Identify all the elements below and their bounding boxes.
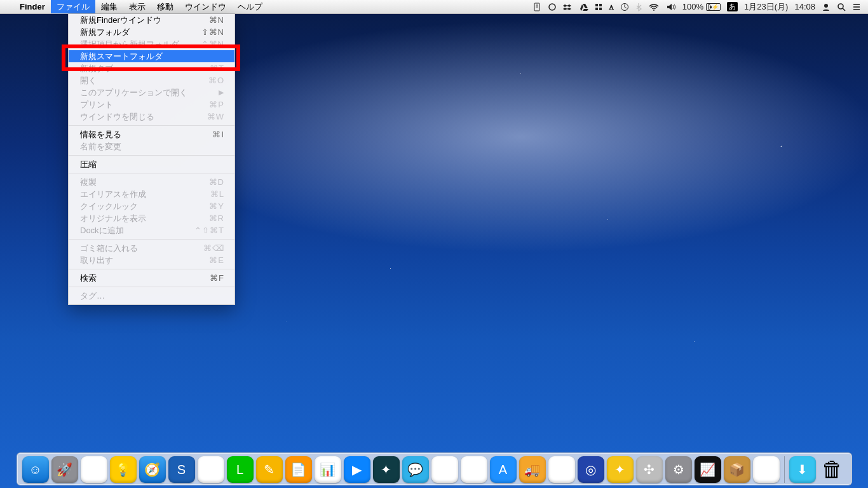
menu-item-オリジナルを表示: オリジナルを表示⌘R <box>69 212 234 224</box>
user-icon[interactable] <box>818 0 834 13</box>
menu-item-新規Finderウインドウ[interactable]: 新規Finderウインドウ⌘N <box>69 14 234 26</box>
menu-item-圧縮[interactable]: 圧縮 <box>69 158 234 170</box>
dock-app-appstore[interactable]: A <box>490 456 517 483</box>
dock-app-app-scan[interactable]: ◎ <box>578 456 604 483</box>
menu-item-情報を見る[interactable]: 情報を見る⌘I <box>69 128 234 140</box>
dock-downloads[interactable]: ⬇ <box>789 456 816 483</box>
menu-window[interactable]: ウインドウ <box>179 0 232 13</box>
dock-separator <box>784 456 785 483</box>
menu-separator <box>69 155 234 156</box>
menu-item-label: クイックルック <box>80 201 209 212</box>
menu-item-label: オリジナルを表示 <box>80 213 209 224</box>
dock-app-photos[interactable]: ✿ <box>431 456 458 483</box>
menu-item-新規スマートフォルダ[interactable]: 新規スマートフォルダ <box>69 50 234 62</box>
menu-item-取り出す: 取り出す⌘E <box>69 254 234 266</box>
spotlight-icon[interactable] <box>834 0 849 13</box>
dock-app-app-gear[interactable]: ✣ <box>636 456 663 483</box>
menu-separator <box>69 125 234 126</box>
dock-app-app-bars[interactable]: ▮ <box>753 456 780 483</box>
dock-trash[interactable]: 🗑 <box>818 455 846 483</box>
menu-item-shortcut: ⌘D <box>209 177 224 187</box>
dock-area: ☺🚀◉💡🧭S✉L✎📄📊▶✦💬✿♪A🚚⊞◎✦✣⚙📈📦▮⬇🗑 <box>0 452 868 485</box>
menu-item-開く: 開く⌘O <box>69 74 234 86</box>
menu-file[interactable]: ファイル <box>51 0 95 13</box>
menu-item-選択項目から新規フォルダ: 選択項目から新規フォルダ⌃⌘N <box>69 38 234 50</box>
app-name[interactable]: Finder <box>14 0 51 13</box>
dock-app-app-box[interactable]: 📦 <box>724 456 750 483</box>
menu-item-shortcut: ⌘R <box>209 214 224 223</box>
dock-app-app-yellow[interactable]: ✎ <box>256 456 283 483</box>
notification-center-icon[interactable] <box>849 0 864 13</box>
ime-status[interactable]: あ <box>724 0 741 13</box>
menu-edit[interactable]: 編集 <box>95 0 123 13</box>
svg-rect-6 <box>595 8 598 10</box>
menu-separator <box>69 239 234 240</box>
menu-item-label: このアプリケーションで開く <box>80 87 219 98</box>
status-grid-icon[interactable] <box>592 0 606 13</box>
dock-app-safari[interactable]: 🧭 <box>139 456 166 483</box>
bluetooth-icon[interactable] <box>632 0 645 13</box>
dropbox-icon[interactable] <box>560 0 576 13</box>
dock-app-app-truck[interactable]: 🚚 <box>519 456 546 483</box>
dock-app-ms[interactable]: ⊞ <box>548 456 575 483</box>
dock-app-app-yellow2[interactable]: ✦ <box>607 456 634 483</box>
date-status[interactable]: 1月23日(月) <box>741 0 791 13</box>
menu-item-shortcut: ⌘I <box>212 130 224 139</box>
dock-app-sysprefs[interactable]: ⚙ <box>665 456 692 483</box>
menu-item-label: 検索 <box>80 273 210 284</box>
dock-app-app-blue-s[interactable]: S <box>168 456 195 483</box>
dock-app-pages[interactable]: 📄 <box>285 456 312 483</box>
dock-app-activity[interactable]: 📈 <box>695 456 721 483</box>
file-menu-dropdown: 新規Finderウインドウ⌘N新規フォルダ⇧⌘N選択項目から新規フォルダ⌃⌘N新… <box>68 14 235 305</box>
clock-icon[interactable] <box>617 0 632 13</box>
menu-item-新規タブ: 新規タブ⌘T <box>69 62 234 74</box>
svg-rect-4 <box>595 4 598 6</box>
dock-app-finder[interactable]: ☺ <box>22 456 49 483</box>
menu-separator <box>69 287 234 287</box>
wifi-icon[interactable] <box>645 0 663 13</box>
menu-view[interactable]: 表示 <box>123 0 151 13</box>
volume-icon[interactable] <box>663 0 679 13</box>
menu-item-Dockに追加: Dockに追加⌃⇧⌘T <box>69 224 234 236</box>
gdrive-icon[interactable] <box>576 0 592 13</box>
dock: ☺🚀◉💡🧭S✉L✎📄📊▶✦💬✿♪A🚚⊞◎✦✣⚙📈📦▮⬇🗑 <box>17 452 852 485</box>
menu-item-label: 選択項目から新規フォルダ <box>80 39 201 50</box>
dock-app-numbers[interactable]: 📊 <box>315 456 341 483</box>
dock-app-app-teal[interactable]: ✦ <box>373 456 400 483</box>
dock-app-mail[interactable]: ✉ <box>198 456 224 483</box>
status-circle-icon[interactable] <box>545 0 560 13</box>
status-icon[interactable] <box>529 0 545 13</box>
menu-item-検索[interactable]: 検索⌘F <box>69 272 234 284</box>
menu-item-shortcut: ⌘⌫ <box>203 243 224 253</box>
dock-app-tips[interactable]: 💡 <box>110 456 137 483</box>
menu-separator <box>69 269 234 269</box>
menu-item-label: プリント <box>80 99 209 111</box>
menu-item-label: 複製 <box>80 177 209 188</box>
svg-point-11 <box>838 4 843 9</box>
menu-item-shortcut: ⌘F <box>210 273 224 283</box>
menu-go[interactable]: 移動 <box>151 0 179 13</box>
dock-app-line[interactable]: L <box>227 456 254 483</box>
menu-item-label: 新規Finderウインドウ <box>80 15 209 26</box>
battery-status[interactable]: 100% ⚡ <box>679 0 724 13</box>
menu-item-label: 取り出す <box>80 255 209 266</box>
menu-item-複製: 複製⌘D <box>69 176 234 188</box>
menu-item-このアプリケーションで開く: このアプリケーションで開く▶ <box>69 86 234 98</box>
menubar: Finder ファイル 編集 表示 移動 ウインドウ ヘルプ ᴀ 100% ⚡ … <box>0 0 868 14</box>
menu-item-label: タグ… <box>80 290 224 302</box>
dock-app-chrome[interactable]: ◉ <box>81 456 107 483</box>
menu-item-label: 情報を見る <box>80 129 212 140</box>
dock-app-itunes[interactable]: ♪ <box>461 456 487 483</box>
status-a-icon[interactable]: ᴀ <box>606 0 616 13</box>
menu-help[interactable]: ヘルプ <box>232 0 268 13</box>
dock-app-launchpad[interactable]: 🚀 <box>51 456 78 483</box>
time-status[interactable]: 14:08 <box>791 0 818 13</box>
menu-item-shortcut: ⌘N <box>209 15 224 25</box>
dock-app-messages[interactable]: 💬 <box>402 456 429 483</box>
menu-item-新規フォルダ[interactable]: 新規フォルダ⇧⌘N <box>69 26 234 38</box>
apple-menu[interactable] <box>0 0 14 13</box>
menu-item-ウインドウを閉じる: ウインドウを閉じる⌘W <box>69 111 234 123</box>
dock-app-keynote[interactable]: ▶ <box>344 456 370 483</box>
menu-item-shortcut: ⇧⌘N <box>201 27 224 37</box>
menu-item-label: 圧縮 <box>80 159 224 170</box>
